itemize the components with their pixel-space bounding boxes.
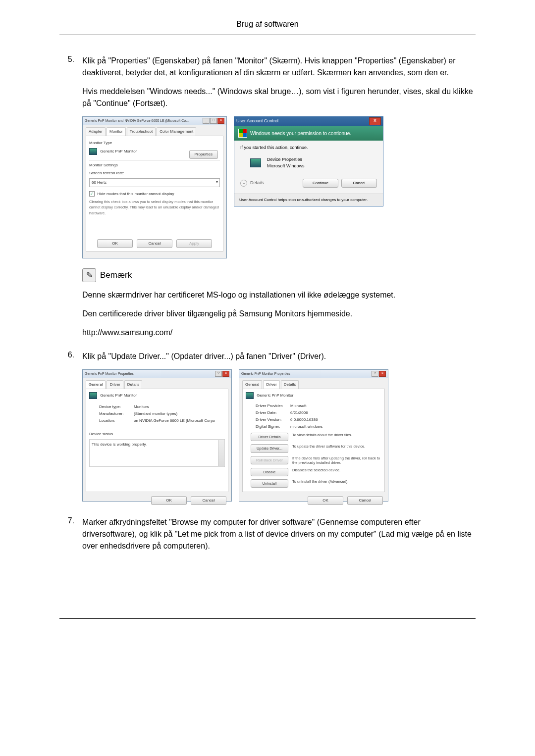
note-label: Bemærk	[100, 269, 132, 282]
monitor-row: Generic PnP Monitor	[89, 392, 225, 399]
help-icon[interactable]: ?	[215, 371, 222, 377]
tab-color-management[interactable]: Color Management	[157, 127, 196, 136]
divider	[89, 429, 225, 429]
minimize-icon[interactable]: _	[203, 118, 210, 124]
maximize-icon[interactable]: □	[210, 118, 217, 124]
devtype-v: Monitors	[134, 404, 149, 410]
uac-app-info: Device Properties Microsoft Windows	[250, 156, 377, 170]
uac-action-row: ⌄ Details Continue Cancel	[240, 177, 377, 190]
uac-footer: User Account Control helps stop unauthor…	[234, 194, 383, 206]
close-icon[interactable]: ×	[222, 371, 229, 377]
manuf-row: Manufacturer:(Standard monitor types)	[99, 411, 225, 417]
note-url: http://www.samsung.com/	[82, 327, 476, 339]
tab-panel: Generic PnP Monitor Driver Provider:Micr…	[242, 389, 385, 492]
footer-divider	[59, 618, 476, 619]
driver-details-desc: To view details about the driver files.	[292, 433, 381, 437]
date-row: Driver Date:6/21/2006	[256, 410, 381, 416]
date-k: Driver Date:	[256, 410, 287, 416]
monitor-name: Generic PnP Monitor	[257, 393, 293, 398]
close-icon[interactable]: ×	[369, 117, 381, 125]
uac-dialog: User Account Control × Windows needs you…	[234, 116, 383, 206]
hide-modes-label: Hide modes that this monitor cannot disp…	[97, 192, 174, 196]
date-v: 6/21/2006	[290, 410, 308, 416]
step-7-p1: Marker afkrydningsfeltet "Browse my comp…	[82, 516, 476, 552]
btnrow-update: Update Driver...To update the driver sof…	[251, 444, 381, 453]
chevron-down-icon[interactable]: ⌄	[240, 180, 247, 187]
hide-modes-checkbox[interactable]: ✓	[89, 191, 95, 197]
update-driver-button[interactable]: Update Driver...	[251, 444, 288, 453]
step-5-p2: Hvis meddelelsen "Windows needs..." (Win…	[82, 86, 476, 109]
help-icon[interactable]: ?	[372, 371, 378, 377]
screenshot-row-2: Generic PnP Monitor Properties ? × Gener…	[82, 369, 476, 502]
titlebar: Generic PnP Monitor and NVIDIA GeForce 6…	[83, 117, 226, 125]
close-icon[interactable]: ×	[217, 118, 224, 124]
document-page: Brug af softwaren 5. Klik på "Properties…	[0, 0, 535, 649]
window-controls: ? ×	[372, 371, 386, 377]
rollback-button[interactable]: Roll Back Driver	[251, 456, 288, 464]
cancel-button[interactable]: Cancel	[191, 496, 226, 505]
status-label: Device status	[89, 431, 225, 437]
step-6: 6. Klik på "Update Driver..." (Opdater d…	[59, 351, 476, 511]
shield-icon	[238, 129, 247, 138]
driver-details-button[interactable]: Driver Details	[251, 433, 288, 441]
monitor-settings-label: Monitor Settings	[89, 162, 220, 168]
disable-button[interactable]: Disable	[251, 468, 288, 476]
tab-general[interactable]: General	[242, 380, 262, 389]
apply-button[interactable]: Apply	[176, 239, 212, 248]
step-body: Marker afkrydningsfeltet "Browse my comp…	[82, 516, 476, 559]
refresh-rate-label: Screen refresh rate:	[89, 170, 220, 176]
dialog-button-row: OK Cancel	[239, 496, 388, 508]
refresh-rate-select[interactable]: 60 Hertz	[89, 178, 220, 187]
uac-details[interactable]: Details	[250, 180, 264, 187]
cancel-button[interactable]: Cancel	[137, 239, 172, 248]
pencil-icon: ✎	[82, 268, 96, 282]
step-body: Klik på "Properties" (Egenskaber) på fan…	[82, 55, 476, 346]
btnrow-disable: DisableDisables the selected device.	[251, 468, 381, 476]
loc-v: on NVIDIA GeForce 6600 LE (Microsoft Cor…	[134, 418, 215, 424]
tab-driver[interactable]: Driver	[107, 380, 123, 389]
close-icon[interactable]: ×	[379, 371, 386, 377]
hide-modes-desc: Clearing this check box allows you to se…	[89, 199, 220, 216]
monitor-type-label: Monitor Type	[89, 140, 220, 146]
provider-v: Microsoft	[290, 403, 306, 409]
uac-app-vendor: Microsoft Windows	[267, 163, 305, 170]
manuf-k: Manufacturer:	[99, 411, 131, 417]
btnrow-rollback: Roll Back DriverIf the device fails afte…	[251, 456, 381, 465]
uac-titlebar: User Account Control ×	[234, 117, 383, 126]
loc-row: Location:on NVIDIA GeForce 6600 LE (Micr…	[99, 418, 225, 424]
properties-button[interactable]: Properties	[189, 150, 218, 159]
tab-general[interactable]: General	[86, 380, 106, 389]
uac-title-text: User Account Control	[236, 118, 278, 125]
uac-banner-text: Windows needs your permission to contion…	[250, 130, 351, 137]
tab-monitor[interactable]: Monitor	[107, 127, 126, 136]
monitor-row: Generic PnP Monitor	[246, 392, 381, 399]
signer-k: Digital Signer:	[256, 424, 287, 430]
window-title: Generic PnP Monitor Properties	[241, 371, 290, 377]
version-v: 6.0.6000.16386	[290, 417, 318, 423]
monitor-icon	[89, 148, 97, 155]
status-text: This device is working properly.	[92, 442, 147, 447]
ok-button[interactable]: OK	[308, 496, 343, 505]
page-header: Brug af softwaren	[59, 20, 476, 35]
dialog-button-row: OK Cancel Apply	[86, 239, 223, 248]
uac-message: If you started this action, continue.	[240, 145, 377, 151]
uninstall-button[interactable]: Uninstall	[251, 479, 288, 488]
tab-details[interactable]: Details	[281, 380, 299, 389]
monitor-dialog: Generic PnP Monitor and NVIDIA GeForce 6…	[82, 116, 227, 258]
step-5-p1: Klik på "Properties" (Egenskaber) på fan…	[82, 55, 476, 79]
ok-button[interactable]: OK	[97, 239, 133, 248]
update-driver-desc: To update the driver software for this d…	[292, 444, 381, 449]
continue-button[interactable]: Continue	[303, 179, 338, 188]
status-box: This device is working properly.	[89, 439, 225, 467]
tab-driver[interactable]: Driver	[263, 380, 279, 389]
ok-button[interactable]: OK	[151, 496, 187, 505]
window-controls: _ □ ×	[203, 118, 224, 124]
rollback-desc: If the device fails after updating the d…	[292, 456, 381, 465]
cancel-button[interactable]: Cancel	[341, 179, 377, 188]
tab-details[interactable]: Details	[124, 380, 142, 389]
note-p1: Denne skærmdriver har certificeret MS-lo…	[82, 289, 476, 301]
cancel-button[interactable]: Cancel	[347, 496, 383, 505]
tab-troubleshoot[interactable]: Troubleshoot	[127, 127, 156, 136]
btnrow-details: Driver DetailsTo view details about the …	[251, 433, 381, 441]
tab-adapter[interactable]: Adapter	[86, 127, 106, 136]
